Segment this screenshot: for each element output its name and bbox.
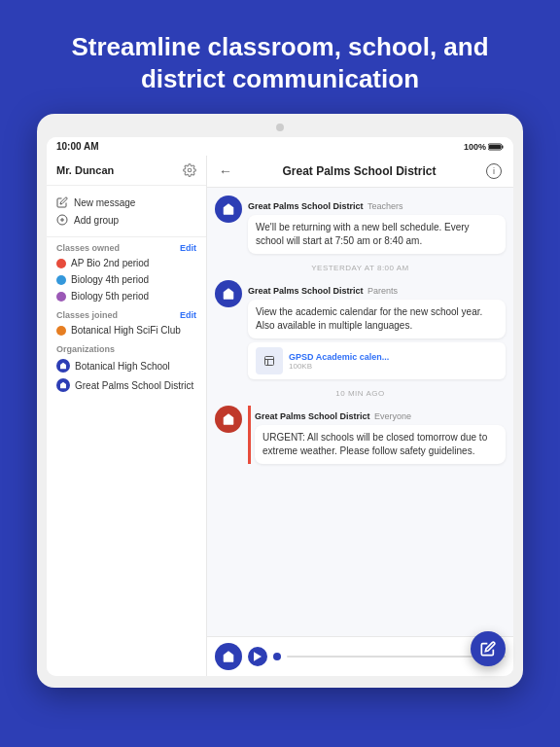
classes-joined-edit[interactable]: Edit: [180, 310, 196, 320]
hero-section: Streamline classroom, school, and distri…: [0, 0, 560, 114]
org-item-botanical-high[interactable]: Botanical High School: [47, 356, 206, 375]
chat-header: ← Great Palms School District i: [207, 156, 513, 188]
time-divider-yesterday: YESTERDAY AT 8:00 AM: [215, 264, 506, 272]
battery-indicator: 100%: [464, 142, 504, 152]
pencil-icon: [56, 196, 68, 208]
svg-rect-1: [489, 145, 501, 149]
add-group-action[interactable]: Add group: [56, 211, 196, 229]
compose-fab[interactable]: [471, 631, 506, 666]
msg-content-urgent: Great Palms School District Everyone URG…: [248, 406, 506, 464]
new-message-action[interactable]: New message: [56, 194, 196, 211]
gear-icon[interactable]: [183, 163, 196, 177]
svg-point-3: [188, 168, 192, 172]
back-button[interactable]: ←: [219, 163, 232, 179]
class-item-bio-5th[interactable]: Biology 5th period: [47, 288, 206, 304]
attachment-name: GPSD Academic calen...: [289, 352, 498, 362]
chat-title: Great Palms School District: [282, 164, 436, 178]
audio-bar: [248, 647, 506, 666]
status-bar: 10:00 AM 100%: [47, 137, 513, 156]
add-group-label: Add group: [74, 215, 119, 226]
tablet-screen: 10:00 AM 100% Mr. Duncan: [47, 137, 513, 676]
message-group-parents: Great Palms School District Parents View…: [215, 280, 506, 379]
tablet-camera: [276, 124, 284, 131]
attachment-card[interactable]: GPSD Academic calen... 100KB: [248, 342, 506, 379]
attachment-size: 100KB: [289, 362, 498, 371]
play-button[interactable]: [248, 647, 267, 666]
message-bubble: We'll be returning with a new bell sched…: [248, 215, 506, 254]
message-group-urgent: Great Palms School District Everyone URG…: [215, 406, 506, 464]
sender-sub: Teachers: [368, 201, 403, 211]
sidebar-username: Mr. Duncan: [56, 164, 114, 176]
sidebar-actions: New message Add group: [47, 186, 206, 237]
svg-marker-10: [254, 652, 262, 661]
tablet: 10:00 AM 100% Mr. Duncan: [37, 114, 523, 688]
sender-avatar: [215, 280, 242, 307]
org-icon: [56, 359, 70, 373]
new-message-label: New message: [74, 197, 135, 208]
sender-name: Great Palms School District: [248, 201, 364, 211]
bottom-bar: [207, 636, 513, 676]
plus-circle-icon: [56, 214, 68, 226]
hero-title: Streamline classroom, school, and distri…: [39, 31, 521, 94]
class-dot: [56, 326, 66, 336]
attachment-thumb: [256, 347, 283, 374]
message-group-teachers: Great Palms School District Teachers We'…: [215, 196, 506, 254]
sender-avatar: [215, 196, 242, 223]
svg-rect-7: [265, 357, 274, 366]
status-time: 10:00 AM: [56, 141, 99, 152]
classes-owned-section: Classes owned Edit: [47, 237, 206, 255]
sender-name: Great Palms School District: [255, 411, 370, 421]
message-sender-row: Great Palms School District Parents View…: [215, 280, 506, 379]
svg-rect-2: [502, 145, 504, 148]
sender-avatar-urgent: [215, 406, 242, 433]
attachment-info: GPSD Academic calen... 100KB: [289, 352, 498, 371]
classes-joined-section: Classes joined Edit: [47, 304, 206, 322]
message-bubble: View the academic calendar for the new s…: [248, 300, 506, 338]
class-dot: [56, 259, 66, 268]
org-item-great-palms[interactable]: Great Palms School District: [47, 375, 206, 395]
main-chat-area: ← Great Palms School District i: [207, 156, 513, 676]
class-item-ap-bio[interactable]: AP Bio 2nd period: [47, 255, 206, 271]
app-content: Mr. Duncan New message Add group: [47, 156, 513, 676]
sender-sub: Parents: [368, 286, 398, 296]
class-dot: [56, 275, 66, 285]
msg-content: Great Palms School District Parents View…: [248, 280, 506, 379]
device-wrapper: 10:00 AM 100% Mr. Duncan: [0, 114, 560, 688]
sidebar-header: Mr. Duncan: [47, 156, 206, 186]
msg-content: Great Palms School District Teachers We'…: [248, 196, 506, 254]
sender-name: Great Palms School District: [248, 286, 364, 296]
sidebar: Mr. Duncan New message Add group: [47, 156, 207, 676]
message-sender-row: Great Palms School District Everyone URG…: [215, 406, 506, 464]
audio-dot: [273, 653, 281, 660]
messages-list: Great Palms School District Teachers We'…: [207, 188, 513, 636]
message-sender-row: Great Palms School District Teachers We'…: [215, 196, 506, 254]
bottom-avatar: [215, 643, 242, 670]
time-divider-recent: 10 MIN AGO: [215, 389, 506, 398]
class-dot: [56, 292, 66, 302]
class-item-bio-4th[interactable]: Biology 4th period: [47, 271, 206, 288]
sender-sub: Everyone: [374, 411, 411, 421]
org-icon: [56, 378, 70, 392]
message-bubble-urgent: URGENT: All schools will be closed tomor…: [255, 425, 506, 464]
classes-owned-edit[interactable]: Edit: [180, 243, 196, 253]
class-item-botanical[interactable]: Botanical High SciFi Club: [47, 322, 206, 338]
organizations-section: Organizations: [47, 338, 206, 356]
info-button[interactable]: i: [486, 163, 502, 179]
